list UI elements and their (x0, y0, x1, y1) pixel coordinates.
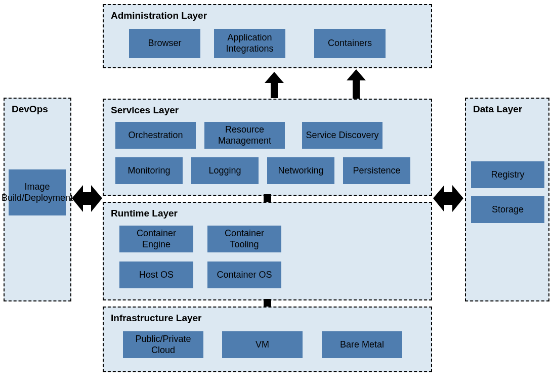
connector-square-icon (264, 299, 271, 307)
block-networking: Networking (267, 157, 334, 184)
arrow-up-icon (264, 72, 285, 98)
devops-layer-title: DevOps (12, 104, 63, 115)
svg-marker-3 (433, 185, 463, 212)
block-service-discovery: Service Discovery (302, 122, 382, 149)
block-container-tooling: Container Tooling (207, 226, 281, 252)
block-logging: Logging (191, 157, 259, 184)
block-container-engine: Container Engine (119, 226, 193, 252)
double-horizontal-arrow-icon (72, 182, 102, 215)
block-vm: VM (222, 331, 303, 358)
block-containers: Containers (314, 29, 386, 58)
block-orchestration: Orchestration (115, 122, 196, 149)
block-storage: Storage (471, 196, 544, 223)
block-container-os: Container OS (207, 262, 281, 288)
runtime-layer-title: Runtime Layer (111, 208, 424, 219)
block-monitoring: Monitoring (115, 157, 183, 184)
svg-marker-2 (72, 185, 102, 212)
block-public-private-cloud: Public/Private Cloud (123, 331, 203, 358)
block-persistence: Persistence (343, 157, 410, 184)
block-resource-management: Resource Management (204, 122, 285, 149)
connector-square-icon (264, 194, 271, 202)
block-application-integrations: Application Integrations (214, 29, 285, 58)
svg-marker-0 (265, 72, 284, 98)
double-horizontal-arrow-icon (433, 182, 463, 215)
block-browser: Browser (129, 29, 200, 58)
block-host-os: Host OS (119, 262, 193, 288)
infrastructure-layer-title: Infrastructure Layer (111, 313, 424, 324)
block-bare-metal: Bare Metal (322, 331, 402, 358)
data-layer-title: Data Layer (473, 104, 541, 115)
administration-layer-title: Administration Layer (111, 10, 424, 21)
services-layer-title: Services Layer (111, 105, 424, 116)
block-image-build-deployment: Image Build/Deployment (9, 169, 66, 215)
block-registry: Registry (471, 161, 544, 188)
